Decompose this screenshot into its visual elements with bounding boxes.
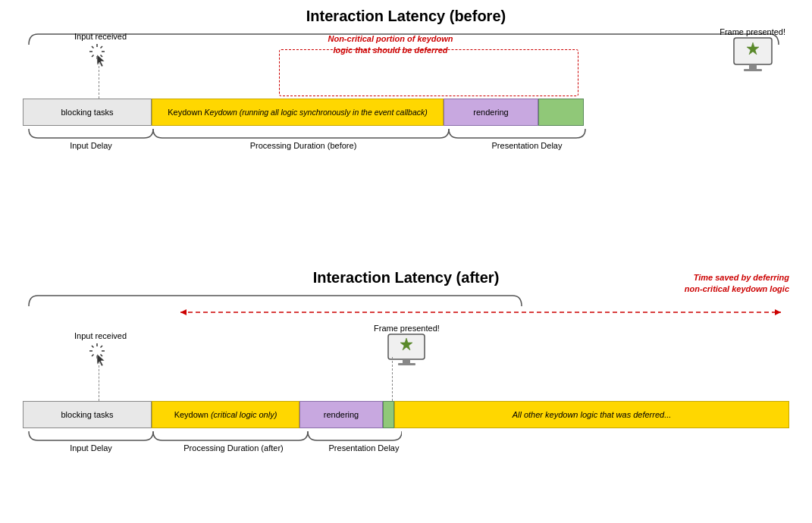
rendering-green-bar-top [538,99,584,126]
svg-rect-10 [749,64,757,69]
presentation-delay-label-bottom: Presentation Delay [307,443,421,453]
svg-line-1 [100,46,102,49]
svg-line-20 [92,346,94,348]
frame-presented-bottom-label: Frame presented! [374,324,440,369]
keydown-bar-bottom: Keydown (critical logic only) [152,401,299,428]
input-delay-label-top: Input Delay [23,141,159,150]
rendering-green-bar-bottom [383,401,394,428]
svg-rect-27 [398,363,415,365]
top-subbrace-svg-row [23,126,789,141]
svg-rect-11 [744,69,762,71]
top-subbrace-svg [23,126,591,141]
top-title: Interaction Latency (before) [23,8,789,25]
frame-presented-top-label: Frame presented! [720,27,785,74]
svg-line-22 [92,355,94,357]
svg-line-17 [100,346,102,348]
deferred-bar-bottom: All other keydown logic that was deferre… [394,401,789,428]
input-dashed-line-top [99,62,99,99]
input-cursor-top-icon [86,41,115,70]
input-received-bottom-label: Input received [74,331,127,371]
rendering-purple-bar-bottom: rendering [299,401,383,428]
input-delay-label-bottom: Input Delay [23,443,159,453]
input-received-top-label: Input received [74,32,127,71]
bottom-subbrace-svg [23,428,402,443]
presentation-delay-label-top: Presentation Delay [455,141,599,150]
blocking-bar-top: blocking tasks [23,99,152,126]
svg-line-6 [92,55,94,58]
rendering-purple-bar-top: rendering [444,99,538,126]
input-dashed-line-bottom [99,362,99,401]
top-timeline-row: blocking tasks Keydown Keydown (running … [23,99,789,126]
svg-marker-14 [180,309,187,315]
svg-line-3 [100,55,102,58]
monitor-icon-top [730,36,776,73]
bottom-timeline-row: blocking tasks Keydown (critical logic o… [23,401,789,428]
bottom-section: Interaction Latency (after) Time saved b… [23,269,789,309]
main-container: Interaction Latency (before) Input recei… [0,0,812,523]
dashed-red-box-top [279,49,578,96]
frame-dashed-line-bottom [392,357,393,401]
top-section: Interaction Latency (before) Input recei… [23,8,789,48]
processing-duration-label-top: Processing Duration (before) [155,141,451,150]
keydown-bar-top: Keydown Keydown (running all logic synch… [152,99,444,126]
processing-duration-label-bottom: Processing Duration (after) [150,443,317,453]
svg-line-4 [92,46,94,49]
svg-marker-15 [775,309,781,315]
bottom-brace-svg [23,293,523,309]
svg-line-19 [100,355,102,357]
bottom-subbrace-svg-row [23,428,789,443]
blocking-bar-bottom: blocking tasks [23,401,152,428]
input-cursor-bottom-icon [86,340,115,369]
bottom-title: Interaction Latency (after) [23,269,789,287]
svg-rect-26 [403,359,410,363]
